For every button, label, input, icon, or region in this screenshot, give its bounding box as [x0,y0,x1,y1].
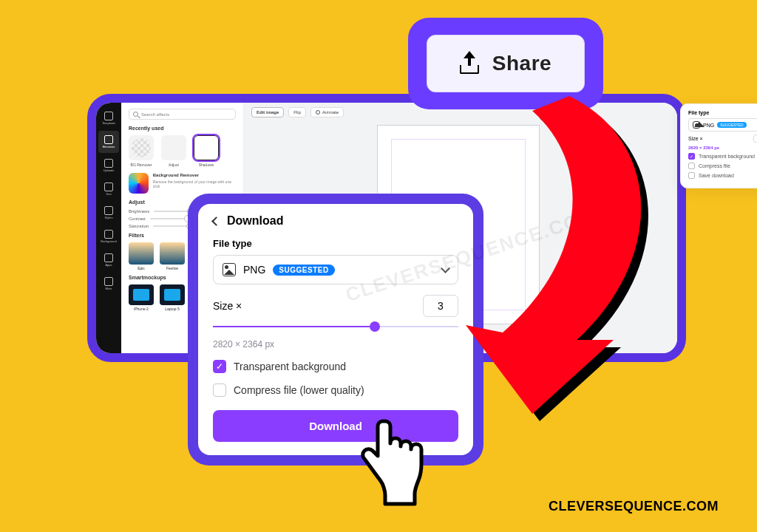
bg-remover-swatch [129,173,149,194]
mini-transparent-check[interactable]: ✓Transparent background [688,153,757,160]
transparent-bg-checkbox[interactable]: Transparent background [213,360,458,373]
thumb-adjust[interactable]: Adjust [161,135,186,167]
chevron-down-icon [441,264,450,273]
suggested-badge: SUGGESTED [273,265,334,276]
nav-rail: Templates Elements Uploads Text Styles B… [96,103,121,353]
file-type-label: File type [213,238,458,249]
share-callout: Share [408,18,603,109]
canvas-toolbar: Edit image Flip Animate [251,107,344,117]
output-dimensions: 2820 × 2364 px [213,339,458,349]
mini-download-panel: File type PNG SUGGESTED Size × 2 2820 × … [680,103,757,188]
rail-uploads[interactable]: Uploads [98,154,119,177]
mini-save-check[interactable]: Save download [688,172,757,179]
mockup-thumb[interactable] [160,284,185,305]
checkbox-icon [213,383,226,397]
mini-dimensions: 2820 × 2364 px [688,146,757,150]
download-title: Download [227,214,283,228]
recently-used-heading: Recently used [129,126,236,131]
image-icon [223,263,236,276]
search-effects-input[interactable]: Search effects [129,109,236,120]
share-icon [460,53,479,74]
flip-button[interactable]: Flip [288,107,306,117]
rail-apps[interactable]: Apps [98,249,119,271]
mockup-thumb[interactable] [129,284,154,305]
share-button[interactable]: Share [427,35,585,92]
size-label: Size × [213,300,417,312]
cursor-hand-icon [352,414,426,513]
checkbox-icon [213,360,226,373]
file-type-select[interactable]: PNG SUGGESTED [213,255,458,284]
mini-compress-check[interactable]: Compress file [688,163,757,169]
file-type-value: PNG [243,264,265,276]
image-icon [693,121,700,129]
filter-thumb[interactable] [160,242,185,265]
share-label: Share [492,52,551,75]
bg-remover-row[interactable]: Background RemoverRemove the background … [129,173,236,194]
download-dialog-frame: Download File type PNG SUGGESTED Size × … [188,194,483,466]
mini-size-value[interactable]: 2 [753,134,757,143]
animate-button[interactable]: Animate [310,107,344,117]
rail-background[interactable]: Background [98,225,119,248]
download-dialog: Download File type PNG SUGGESTED Size × … [198,204,473,455]
thumb-bg-remover[interactable]: BG Remover [129,135,154,167]
mini-filetype-select[interactable]: PNG SUGGESTED [688,118,757,132]
rail-templates[interactable]: Templates [98,107,119,129]
size-value-input[interactable]: 3 [423,295,458,317]
edit-image-button[interactable]: Edit image [251,107,284,117]
compress-file-checkbox[interactable]: Compress file (lower quality) [213,383,458,397]
rail-text[interactable]: Text [98,178,119,200]
search-icon [133,112,138,117]
mini-filetype-label: File type [688,110,757,115]
back-icon[interactable] [211,216,221,226]
rail-more[interactable]: More [98,273,119,295]
brand-text: CLEVERSEQUENCE.COM [549,499,719,514]
rail-styles[interactable]: Styles [98,202,119,224]
filter-thumb[interactable] [129,242,154,265]
size-slider[interactable] [213,321,458,332]
rail-elements[interactable]: Elements [98,131,119,153]
thumb-shadows[interactable]: Shadows [194,135,219,167]
